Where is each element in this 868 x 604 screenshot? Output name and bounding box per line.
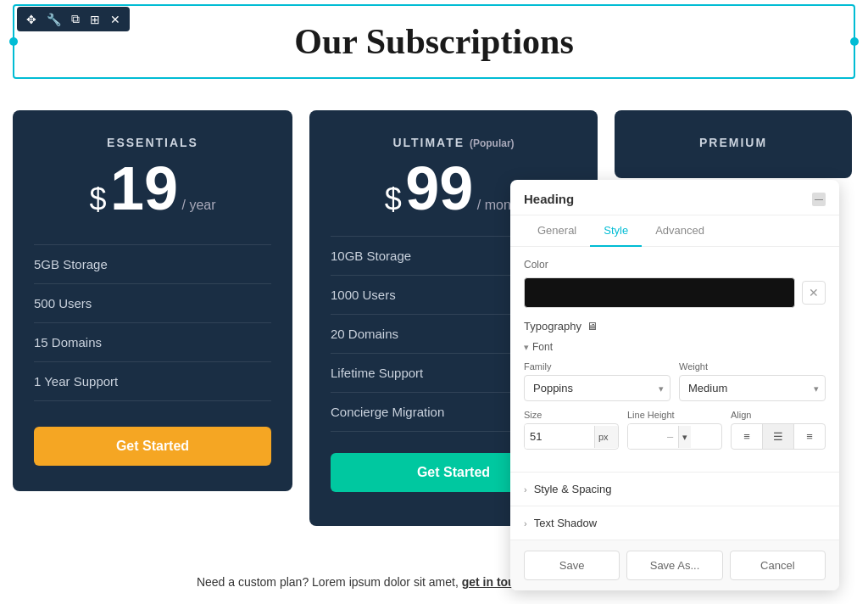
tab-style[interactable]: Style	[590, 215, 642, 247]
wrench-icon[interactable]: 🔧	[44, 11, 64, 28]
size-lineh-align-row: Size px em rem Line Height –	[524, 410, 826, 450]
size-input-group: px em rem	[524, 423, 619, 450]
ultimate-dollar: $	[385, 182, 402, 216]
close-icon[interactable]: ✕	[108, 11, 123, 28]
move-icon[interactable]: ✥	[24, 11, 39, 28]
weight-field: Weight Medium Regular Bold	[679, 361, 826, 401]
color-row: ✕	[524, 277, 826, 308]
chevron-right-icon: ›	[524, 518, 527, 528]
size-input[interactable]	[525, 424, 594, 449]
page-title: Our Subscriptions	[14, 21, 854, 62]
style-spacing-row[interactable]: › Style & Spacing	[510, 472, 839, 506]
card-premium: PREMIUM	[615, 110, 852, 178]
typography-label: Typography	[524, 320, 581, 333]
footer-text-before: Need a custom plan? Lorem ipsum dolor si…	[197, 575, 462, 589]
tab-advanced[interactable]: Advanced	[642, 215, 718, 247]
panel-title: Heading	[524, 192, 574, 206]
chevron-down-icon: ▾	[524, 342, 529, 353]
essentials-dollar: $	[89, 182, 106, 216]
align-right-button[interactable]: ≡	[794, 424, 825, 449]
text-shadow-label: Text Shadow	[534, 517, 597, 529]
family-weight-row: Family Poppins Arial Georgia Weight Medi…	[524, 361, 826, 401]
panel-footer: Save Save As... Cancel	[510, 540, 839, 590]
align-buttons: ≡ ☰ ≡	[731, 423, 826, 450]
color-label: Color	[524, 259, 826, 271]
columns-icon[interactable]: ⊞	[87, 11, 103, 28]
line-height-unit-select[interactable]: ▾	[678, 426, 691, 448]
essentials-price: $ 19 / year	[34, 158, 271, 219]
line-height-field: Line Height – ▾	[627, 410, 722, 450]
save-as-button[interactable]: Save As...	[626, 551, 722, 580]
essentials-features: 5GB Storage 500 Users 15 Domains 1 Year …	[34, 244, 271, 401]
align-field: Align ≡ ☰ ≡	[731, 410, 826, 450]
essentials-cta-button[interactable]: Get Started	[34, 427, 271, 466]
color-swatch[interactable]	[524, 277, 795, 308]
font-section: ▾ Font	[524, 341, 826, 353]
cancel-button[interactable]: Cancel	[730, 551, 826, 580]
style-spacing-label: Style & Spacing	[534, 483, 612, 495]
card-essentials: ESSENTIALS $ 19 / year 5GB Storage 500 U…	[13, 110, 292, 491]
line-height-input[interactable]	[628, 424, 662, 449]
panel-scroll-area: Color ✕ Typography 🖥 ▾ Font Family	[510, 247, 839, 540]
align-label: Align	[731, 410, 826, 420]
family-field: Family Poppins Arial Georgia	[524, 361, 670, 401]
monitor-icon: 🖥	[587, 320, 598, 333]
line-height-label: Line Height	[627, 410, 722, 420]
weight-select[interactable]: Medium Regular Bold	[679, 375, 826, 401]
minimize-button[interactable]: —	[812, 193, 826, 206]
align-center-button[interactable]: ☰	[763, 424, 794, 449]
heading-panel: Heading — General Style Advanced Color ✕…	[510, 180, 839, 590]
family-select-wrapper: Poppins Arial Georgia	[524, 375, 670, 401]
line-height-input-group: – ▾	[627, 423, 722, 450]
list-item: 5GB Storage	[34, 244, 271, 283]
list-item: 15 Domains	[34, 322, 271, 361]
font-section-label: Font	[532, 341, 553, 353]
tab-general[interactable]: General	[524, 215, 590, 247]
chevron-right-icon: ›	[524, 484, 527, 495]
family-label: Family	[524, 361, 670, 372]
weight-label: Weight	[679, 361, 826, 372]
list-item: 1 Year Support	[34, 361, 271, 401]
element-toolbar[interactable]: ✥ 🔧 ⧉ ⊞ ✕	[17, 7, 130, 31]
panel-header: Heading —	[510, 180, 839, 215]
popular-badge: (Popular)	[470, 137, 515, 149]
heading-section: Our Subscriptions	[13, 4, 855, 79]
save-button[interactable]: Save	[524, 551, 620, 580]
list-item: 500 Users	[34, 283, 271, 322]
text-shadow-row[interactable]: › Text Shadow	[510, 506, 839, 540]
size-unit-select[interactable]: px em rem	[594, 426, 618, 448]
premium-plan-name: PREMIUM	[636, 136, 831, 149]
color-clear-button[interactable]: ✕	[802, 281, 826, 305]
essentials-plan-name: ESSENTIALS	[34, 136, 271, 149]
ultimate-plan-name: ULTIMATE (Popular)	[331, 136, 576, 149]
size-label: Size	[524, 410, 619, 420]
typography-row: Typography 🖥	[524, 320, 826, 333]
size-field: Size px em rem	[524, 410, 619, 450]
panel-body: Color ✕ Typography 🖥 ▾ Font Family	[510, 247, 839, 472]
panel-tabs: General Style Advanced	[510, 215, 839, 247]
copy-icon[interactable]: ⧉	[69, 10, 82, 28]
weight-select-wrapper: Medium Regular Bold	[679, 375, 826, 401]
dash-separator: –	[662, 430, 678, 443]
ultimate-amount: 99	[405, 154, 473, 222]
essentials-period: / year	[182, 198, 216, 212]
essentials-amount: 19	[110, 154, 178, 222]
family-select[interactable]: Poppins Arial Georgia	[524, 375, 670, 401]
align-left-button[interactable]: ≡	[732, 424, 763, 449]
